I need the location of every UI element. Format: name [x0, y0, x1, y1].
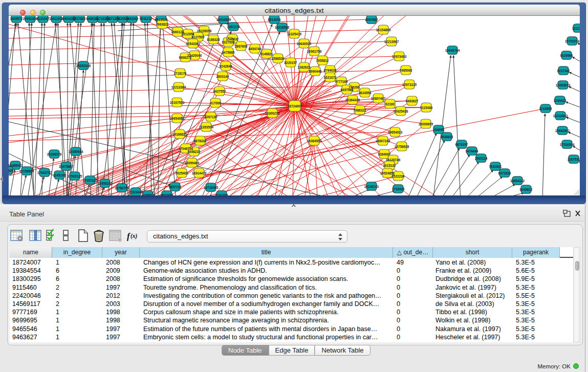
- svg-text:8990448: 8990448: [309, 70, 322, 73]
- svg-text:8878332: 8878332: [194, 139, 207, 143]
- svg-text:8427552: 8427552: [213, 90, 226, 93]
- svg-text:10543362: 10543362: [186, 42, 201, 46]
- svg-text:417006: 417006: [210, 101, 221, 105]
- svg-text:15692901: 15692901: [555, 129, 570, 133]
- svg-text:3475685: 3475685: [222, 51, 235, 54]
- svg-text:16120746: 16120746: [386, 158, 401, 162]
- svg-text:14136141: 14136141: [364, 185, 379, 188]
- svg-text:1362615: 1362615: [298, 65, 311, 69]
- svg-text:20691406: 20691406: [23, 17, 38, 20]
- svg-text:9245612: 9245612: [520, 188, 533, 191]
- svg-text:1145193: 1145193: [53, 173, 66, 177]
- svg-text:6497568: 6497568: [341, 88, 354, 92]
- svg-text:2718176: 2718176: [174, 72, 187, 75]
- svg-text:9463627: 9463627: [406, 99, 419, 103]
- svg-text:19166825: 19166825: [172, 133, 187, 136]
- svg-text:17942757: 17942757: [37, 171, 52, 174]
- svg-text:17957225: 17957225: [83, 179, 98, 182]
- svg-text:8454749: 8454749: [249, 47, 262, 51]
- svg-text:9777169: 9777169: [335, 80, 348, 83]
- svg-text:62160: 62160: [385, 102, 395, 106]
- svg-text:9115460: 9115460: [420, 106, 433, 110]
- svg-text:2803144: 2803144: [216, 75, 229, 78]
- svg-text:8471626: 8471626: [498, 171, 511, 175]
- svg-text:12359934: 12359934: [69, 150, 83, 154]
- svg-text:12323446: 12323446: [128, 190, 143, 194]
- svg-text:9041212: 9041212: [140, 17, 153, 20]
- svg-text:7986322: 7986322: [354, 108, 366, 112]
- svg-text:16154808: 16154808: [376, 28, 391, 32]
- svg-text:1527602: 1527602: [73, 17, 86, 20]
- svg-text:1621072: 1621072: [324, 76, 337, 79]
- svg-text:10973493: 10973493: [392, 55, 407, 58]
- svg-text:16914479: 16914479: [192, 171, 207, 175]
- svg-text:19218506: 19218506: [275, 26, 290, 29]
- svg-text:19654983: 19654983: [170, 117, 185, 120]
- svg-text:1963342: 1963342: [126, 17, 139, 20]
- svg-text:9127509: 9127509: [192, 35, 205, 39]
- svg-text:18640910: 18640910: [297, 42, 312, 46]
- svg-text:9474444: 9474444: [466, 149, 478, 153]
- svg-text:20053346: 20053346: [76, 64, 91, 68]
- svg-text:10654112: 10654112: [510, 179, 525, 183]
- svg-text:6513524: 6513524: [155, 18, 168, 21]
- svg-text:1405572: 1405572: [10, 17, 23, 20]
- svg-text:10975867: 10975867: [59, 165, 74, 168]
- svg-text:9329966: 9329966: [560, 54, 573, 57]
- svg-text:6794028: 6794028: [324, 69, 337, 72]
- svg-text:1733426: 1733426: [392, 187, 405, 191]
- svg-text:5498222: 5498222: [188, 150, 201, 154]
- svg-text:3267130: 3267130: [205, 115, 217, 119]
- svg-text:16961758: 16961758: [307, 50, 322, 53]
- svg-text:9146821: 9146821: [260, 52, 273, 56]
- svg-text:1615132: 1615132: [383, 164, 396, 167]
- svg-text:9242848: 9242848: [220, 64, 232, 68]
- svg-text:10807487: 10807487: [371, 97, 386, 100]
- svg-text:7663822: 7663822: [156, 23, 169, 26]
- svg-text:1167531: 1167531: [568, 158, 580, 161]
- svg-text:20364436: 20364436: [345, 98, 360, 102]
- svg-text:12093873: 12093873: [556, 83, 571, 87]
- svg-text:8813054: 8813054: [268, 18, 281, 21]
- svg-text:12213369: 12213369: [171, 85, 186, 89]
- svg-text:1112102: 1112102: [572, 27, 580, 30]
- svg-text:16782759: 16782759: [115, 186, 129, 190]
- svg-text:8186328: 8186328: [207, 38, 220, 41]
- svg-text:13958107: 13958107: [98, 182, 113, 185]
- svg-text:16485001: 16485001: [9, 164, 23, 167]
- svg-text:10025438: 10025438: [394, 110, 408, 113]
- svg-text:7632621: 7632621: [489, 165, 502, 168]
- svg-text:12973115: 12973115: [402, 83, 417, 86]
- svg-text:3215955: 3215955: [539, 107, 552, 111]
- svg-text:2867608: 2867608: [235, 45, 248, 48]
- svg-text:2522234: 2522234: [392, 174, 405, 178]
- svg-text:9896172: 9896172: [179, 56, 192, 59]
- svg-text:15716485: 15716485: [204, 186, 219, 189]
- svg-text:19384554: 19384554: [307, 139, 322, 143]
- svg-text:9227342: 9227342: [557, 69, 570, 73]
- svg-text:(x): (x): [130, 233, 138, 239]
- svg-text:2935114: 2935114: [475, 157, 488, 160]
- svg-text:12213967: 12213967: [384, 40, 399, 43]
- svg-text:9384067: 9384067: [378, 152, 391, 156]
- svg-text:7955812: 7955812: [316, 59, 329, 62]
- svg-text:11325419: 11325419: [287, 32, 302, 36]
- svg-text:7625402: 7625402: [176, 171, 188, 175]
- svg-text:16210643: 16210643: [553, 114, 568, 118]
- svg-text:391539: 391539: [9, 169, 13, 172]
- svg-text:2087682: 2087682: [365, 18, 378, 21]
- svg-text:12156809: 12156809: [19, 169, 34, 173]
- svg-text:16099695: 16099695: [419, 122, 433, 126]
- svg-text:16648784: 16648784: [445, 49, 460, 52]
- svg-text:13300273: 13300273: [265, 112, 280, 115]
- svg-text:3624554: 3624554: [359, 91, 372, 95]
- svg-text:19654923: 19654923: [388, 130, 403, 134]
- svg-text:1244415: 1244415: [554, 99, 567, 102]
- svg-text:15751074: 15751074: [565, 39, 580, 43]
- svg-text:17016504: 17016504: [560, 143, 575, 146]
- svg-text:18807249: 18807249: [376, 139, 390, 143]
- svg-text:12505135: 12505135: [68, 174, 82, 178]
- svg-text:16099489: 16099489: [185, 161, 200, 165]
- svg-text:16033809: 16033809: [216, 18, 231, 21]
- svg-text:1588520: 1588520: [272, 57, 285, 60]
